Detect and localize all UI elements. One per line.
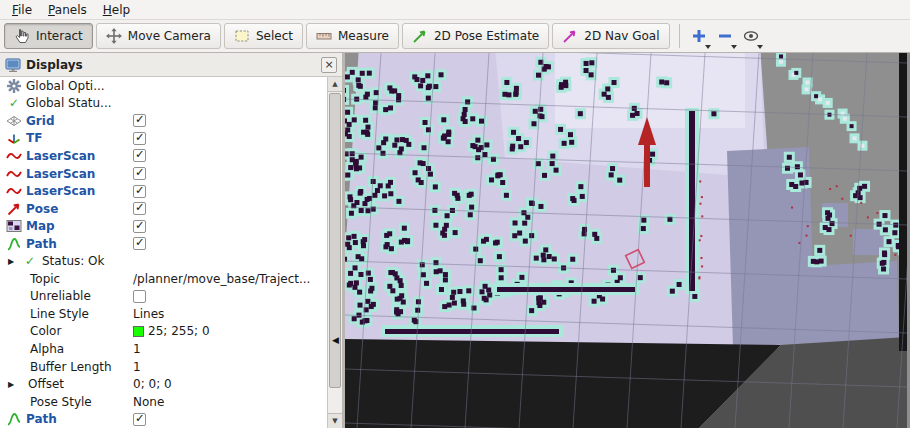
display-row-laserscan[interactable]: LaserScan✓	[0, 165, 327, 183]
row-checkbox[interactable]: ✓	[133, 202, 146, 215]
display-row-laserscan[interactable]: LaserScan✓	[0, 147, 327, 165]
grid-icon	[6, 113, 22, 129]
tool-label: 2D Nav Goal	[584, 29, 659, 43]
dropdown-caret-icon	[731, 45, 737, 49]
scroll-up-icon: ▲	[332, 80, 337, 88]
display-row-tf[interactable]: TF✓	[0, 130, 327, 148]
row-checkbox[interactable]: ✓	[133, 132, 146, 145]
expand-arrow-icon[interactable]: ▶	[8, 380, 22, 389]
focus-camera-button[interactable]	[738, 23, 764, 49]
row-label: Global Opti...	[26, 79, 105, 93]
interact-icon	[14, 28, 30, 44]
display-row-global-statu[interactable]: ✓Global Statu...	[0, 95, 327, 113]
row-value-cell: 1	[133, 358, 141, 376]
scroll-up-button[interactable]: ▲	[328, 77, 342, 92]
row-value[interactable]: None	[133, 395, 164, 409]
menu-file[interactable]: File	[4, 1, 40, 19]
row-label: Topic	[30, 272, 60, 286]
checkmark-icon: ✓	[135, 165, 145, 179]
row-label: Grid	[26, 114, 54, 128]
zoom-in-button[interactable]	[686, 23, 712, 49]
row-checkbox[interactable]: ✓	[133, 413, 146, 426]
row-checkbox[interactable]: ✓	[133, 220, 146, 233]
display-row-global-opti[interactable]: Global Opti...	[0, 77, 327, 95]
row-value-cell: 0; 0; 0	[133, 375, 172, 393]
laserscan-icon	[6, 183, 22, 199]
display-row-path[interactable]: Path✓	[0, 410, 327, 428]
tool-measure[interactable]: Measure	[306, 23, 399, 49]
tf-icon	[6, 130, 22, 146]
row-value-cell: ✓	[133, 235, 146, 253]
tool-label: Select	[256, 29, 293, 43]
row-label: Alpha	[30, 342, 64, 356]
panel-scrollbar[interactable]: ▲ ▼	[327, 77, 342, 428]
row-checkbox[interactable]: ✓	[133, 237, 146, 250]
row-label: Unreliable	[30, 289, 91, 303]
display-row-grid[interactable]: Grid✓	[0, 112, 327, 130]
path-icon	[6, 411, 22, 427]
tool-move-camera[interactable]: Move Camera	[96, 23, 221, 49]
rviz-window: File Panels Help InteractMove CameraSele…	[0, 0, 910, 428]
row-checkbox[interactable]: ✓	[133, 149, 146, 162]
pose-icon	[6, 201, 22, 217]
display-row-path[interactable]: Path✓	[0, 235, 327, 253]
tool-interact[interactable]: Interact	[4, 23, 93, 49]
toolbar-view-tools	[686, 23, 764, 49]
checkmark-icon: ✓	[135, 200, 145, 214]
display-row-unreliable[interactable]: Unreliable	[0, 288, 327, 306]
dropdown-caret-icon	[705, 45, 711, 49]
scroll-down-button[interactable]: ▼	[328, 413, 342, 428]
display-row-offset[interactable]: ▶Offset0; 0; 0	[0, 375, 327, 393]
measure-icon	[316, 28, 332, 44]
menu-help[interactable]: Help	[95, 1, 138, 19]
display-row-buffer-length[interactable]: Buffer Length1	[0, 358, 327, 376]
row-label: Line Style	[30, 307, 89, 321]
row-checkbox[interactable]: ✓	[133, 185, 146, 198]
splitter-collapse-icon[interactable]: ◀	[332, 335, 339, 345]
row-label: TF	[26, 131, 42, 145]
row-label: Pose	[26, 202, 58, 216]
row-checkbox[interactable]: ✓	[133, 167, 146, 180]
panel-title: Displays	[26, 58, 316, 72]
render-view-canvas[interactable]	[345, 53, 907, 428]
path-icon	[6, 236, 22, 252]
row-value-cell: ✓	[133, 410, 146, 428]
panel-close-button[interactable]: ×	[321, 57, 337, 73]
display-row-laserscan[interactable]: LaserScan✓	[0, 182, 327, 200]
tool-select[interactable]: Select	[224, 23, 303, 49]
display-row-pose[interactable]: Pose✓	[0, 200, 327, 218]
display-row-map[interactable]: Map✓	[0, 217, 327, 235]
map-icon	[6, 218, 22, 234]
row-value-cell: ✓	[133, 182, 146, 200]
display-row-status-ok[interactable]: ▶✓Status: Ok	[0, 252, 327, 270]
menu-bar: File Panels Help	[0, 0, 910, 20]
row-value-cell: ✓	[133, 217, 146, 235]
display-row-topic[interactable]: Topic/planner/move_base/Traject...	[0, 270, 327, 288]
row-label: LaserScan	[26, 149, 95, 163]
laserscan-icon	[6, 166, 22, 182]
zoom-in-icon	[691, 28, 707, 44]
zoom-out-button[interactable]	[712, 23, 738, 49]
row-label: Buffer Length	[30, 360, 112, 374]
menu-panels[interactable]: Panels	[40, 1, 95, 19]
checkmark-icon: ✓	[135, 183, 145, 197]
display-row-alpha[interactable]: Alpha1	[0, 340, 327, 358]
expand-arrow-icon[interactable]: ▶	[8, 257, 22, 266]
dropdown-caret-icon	[757, 45, 763, 49]
tool-2d-pose-estimate[interactable]: 2D Pose Estimate	[402, 23, 549, 49]
display-row-pose-style[interactable]: Pose StyleNone	[0, 393, 327, 411]
row-value[interactable]: Lines	[133, 307, 164, 321]
row-value[interactable]: 1	[133, 342, 141, 356]
row-checkbox[interactable]: ✓	[133, 114, 146, 127]
row-label: LaserScan	[26, 184, 95, 198]
display-row-color[interactable]: Color25; 255; 0	[0, 323, 327, 341]
row-checkbox[interactable]	[133, 290, 146, 303]
tool-2d-nav-goal[interactable]: 2D Nav Goal	[552, 23, 669, 49]
display-row-line-style[interactable]: Line StyleLines	[0, 305, 327, 323]
row-value[interactable]: /planner/move_base/Traject...	[133, 272, 310, 286]
row-value[interactable]: 25; 255; 0	[148, 324, 210, 338]
row-value[interactable]: 1	[133, 360, 141, 374]
scroll-down-icon: ▼	[332, 417, 337, 425]
color-swatch[interactable]	[133, 326, 144, 337]
row-value[interactable]: 0; 0; 0	[133, 377, 172, 391]
